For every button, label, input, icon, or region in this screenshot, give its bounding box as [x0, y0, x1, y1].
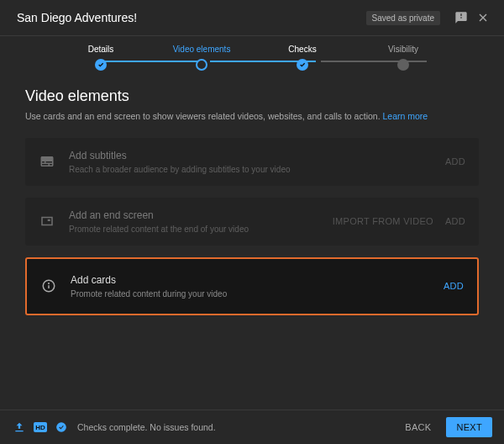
step-checks[interactable]: Checks — [252, 45, 353, 71]
card-add-subtitles: Add subtitles Reach a broader audience b… — [25, 138, 479, 186]
add-cards-button[interactable]: ADD — [444, 281, 464, 291]
card-desc: Promote related content at the end of yo… — [69, 225, 333, 234]
content-area: Video elements Use cards and an end scre… — [0, 77, 504, 410]
learn-more-link[interactable]: Learn more — [382, 111, 428, 121]
card-add-end-screen: Add an end screen Promote related conten… — [25, 198, 479, 246]
svg-point-2 — [49, 283, 50, 284]
svg-point-3 — [56, 422, 66, 432]
saved-as-private-badge: Saved as private — [366, 11, 441, 25]
info-icon — [40, 278, 57, 294]
step-details[interactable]: Details — [50, 45, 151, 71]
section-title: Video elements — [25, 87, 479, 105]
add-end-screen-button[interactable]: ADD — [445, 216, 465, 226]
section-subtitle-text: Use cards and an end screen to show view… — [25, 111, 382, 121]
card-title: Add an end screen — [69, 209, 333, 221]
add-subtitles-button[interactable]: ADD — [445, 156, 465, 166]
subtitles-icon — [39, 153, 55, 170]
stepper: Details Video elements Checks Visibility — [0, 36, 504, 77]
card-desc: Reach a broader audience by adding subti… — [69, 165, 445, 174]
card-title: Add cards — [71, 274, 444, 286]
footer-status-text: Checks complete. No issues found. — [77, 422, 216, 432]
upload-icon[interactable] — [12, 420, 27, 435]
step-visibility[interactable]: Visibility — [353, 45, 454, 71]
close-icon[interactable] — [474, 8, 492, 27]
back-button[interactable]: BACK — [395, 417, 441, 437]
section-subtitle: Use cards and an end screen to show view… — [25, 110, 479, 123]
dialog-header: San Diego Adventures! Saved as private — [0, 0, 504, 36]
import-from-video-button[interactable]: IMPORT FROM VIDEO — [333, 216, 433, 226]
end-screen-icon — [39, 213, 55, 230]
card-add-cards: Add cards Promote related content during… — [25, 257, 479, 315]
next-button[interactable]: NEXT — [446, 417, 492, 437]
feedback-icon[interactable] — [452, 8, 470, 27]
checks-complete-icon — [54, 420, 69, 435]
upload-dialog: San Diego Adventures! Saved as private D… — [0, 0, 504, 444]
hd-badge: HD — [34, 422, 47, 432]
card-title: Add subtitles — [69, 150, 445, 161]
card-desc: Promote related content during your vide… — [71, 289, 444, 299]
dialog-footer: HD Checks complete. No issues found. BAC… — [0, 410, 504, 444]
step-video-elements[interactable]: Video elements — [151, 45, 252, 71]
video-title: San Diego Adventures! — [17, 11, 366, 24]
